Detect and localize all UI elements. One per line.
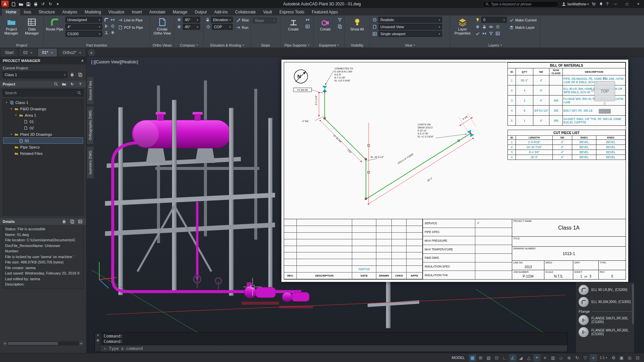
layer-lock-icon[interactable] bbox=[481, 24, 487, 29]
rise-button[interactable]: Rise bbox=[235, 17, 250, 23]
annotation-scale-button[interactable]: 1:1▾ bbox=[598, 356, 609, 360]
command-input[interactable]: › Type a command bbox=[101, 345, 567, 352]
dynamic-ucs-icon[interactable]: ↻ bbox=[574, 354, 581, 361]
tree-item-related-files[interactable]: Related Files bbox=[3, 150, 83, 157]
layer-freeze-icon[interactable] bbox=[475, 24, 480, 29]
viewport-config-icon[interactable] bbox=[372, 31, 377, 37]
save-icon[interactable] bbox=[25, 1, 32, 7]
layer-bulb-icon[interactable] bbox=[475, 17, 480, 23]
customize-command-icon[interactable]: ⚙ bbox=[97, 339, 100, 342]
panel-label-slope[interactable]: Slope bbox=[251, 42, 280, 48]
transparency-icon[interactable]: ▥ bbox=[549, 354, 557, 361]
app-store-icon[interactable] bbox=[591, 2, 596, 6]
ribbon-tab-analysis[interactable]: Analysis bbox=[59, 9, 81, 15]
new-folder-icon[interactable] bbox=[61, 81, 67, 87]
ribbon-tab-insert[interactable]: Insert bbox=[128, 9, 146, 15]
insert-elbow-icon[interactable] bbox=[104, 17, 109, 22]
close-tab-icon[interactable]: × bbox=[31, 51, 33, 55]
panel-label-part-insertion[interactable]: Part Insertion bbox=[44, 42, 150, 48]
qat-customize-icon[interactable]: ▾ bbox=[54, 1, 61, 7]
panel-label-visibility[interactable]: Visibility bbox=[344, 42, 370, 48]
named-view-select[interactable]: Unsaved View▾ bbox=[378, 24, 442, 30]
layer-isolate-icon[interactable] bbox=[495, 24, 500, 29]
ribbon-tab-structure[interactable]: Structure bbox=[35, 9, 59, 15]
new-icon[interactable] bbox=[10, 1, 17, 7]
scroll-right-icon[interactable]: ▸ bbox=[79, 341, 84, 346]
maximize-button[interactable]: □ bbox=[623, 0, 631, 8]
doc-tab-01[interactable]: 01*× bbox=[38, 49, 58, 57]
tool-palette-scrollbar[interactable] bbox=[632, 284, 634, 324]
tree-item-pipe-specs[interactable]: Pipe Specs bbox=[3, 144, 83, 150]
new-drawing-tab-button[interactable]: + bbox=[88, 49, 95, 56]
layer-walk-icon[interactable] bbox=[495, 31, 500, 36]
tab-source-files[interactable]: Source Files bbox=[87, 76, 94, 105]
project-search-input[interactable]: Search bbox=[3, 89, 84, 97]
insert-flange-icon[interactable] bbox=[104, 23, 109, 29]
polar-tracking-icon[interactable]: ∠ bbox=[509, 354, 517, 361]
dynamic-input-icon[interactable]: ⊡ bbox=[493, 354, 500, 361]
ribbon-tab-vault[interactable]: Vault bbox=[259, 9, 275, 15]
viewport-config-select[interactable]: Single viewport▾ bbox=[378, 31, 442, 37]
ribbon-tab-modeling[interactable]: Modeling bbox=[81, 9, 105, 15]
isometric-drafting-icon[interactable]: ◢ bbox=[517, 354, 525, 361]
palette-item-flange-sw[interactable]: FLANGE SW,FL,RF,300, (CS300) bbox=[578, 314, 632, 326]
object-snap-tracking-icon[interactable]: △ bbox=[525, 354, 533, 361]
refresh-icon[interactable]: ↻ bbox=[69, 81, 75, 87]
layer-thaw-icon[interactable] bbox=[475, 31, 480, 36]
insert-support-icon[interactable] bbox=[104, 29, 109, 35]
layer-off-icon[interactable] bbox=[488, 24, 494, 29]
search-icon[interactable] bbox=[53, 81, 59, 87]
panel-label-view[interactable]: View▾ bbox=[370, 42, 450, 48]
ortho-mode-icon[interactable]: ∟ bbox=[501, 354, 508, 361]
visual-style-select[interactable]: Realistic▾ bbox=[378, 17, 442, 23]
workspace-switching-icon[interactable]: ⚙ bbox=[610, 354, 617, 361]
line-to-pipe-button[interactable]: Line to Pipe bbox=[117, 17, 148, 23]
compass-angle-1-select[interactable]: 45°▾ bbox=[183, 17, 200, 23]
ribbon-tab-express-tools[interactable]: Express Tools bbox=[276, 9, 308, 15]
palette-close-icon[interactable]: × bbox=[82, 59, 84, 63]
panel-label-layers[interactable]: Layers▾ bbox=[450, 42, 540, 48]
run-button[interactable]: Run bbox=[235, 24, 250, 31]
details-print-icon[interactable] bbox=[61, 218, 67, 225]
grid-display-icon[interactable]: ▦ bbox=[469, 354, 476, 361]
elevation-select[interactable]: Elevation▾ bbox=[211, 17, 233, 23]
3d-object-snap-icon[interactable]: ⊕ bbox=[566, 354, 573, 361]
make-current-button[interactable]: Make Current bbox=[508, 17, 538, 23]
cop-icon[interactable] bbox=[205, 24, 211, 30]
ribbon-tab-isos[interactable]: Isos bbox=[20, 9, 35, 15]
panel-label-compass[interactable]: Compass▾ bbox=[174, 42, 203, 48]
doc-tab-02[interactable]: 02× bbox=[19, 49, 37, 57]
wcs-menu[interactable]: WCS ▾ bbox=[599, 109, 610, 114]
insert-misc-icon[interactable] bbox=[110, 29, 116, 35]
gizmo-icon[interactable]: + bbox=[590, 354, 597, 361]
current-layer-select[interactable]: 0▾ bbox=[481, 17, 507, 23]
isolate-objects-icon[interactable]: ◎ bbox=[626, 354, 633, 361]
project-manager-button[interactable]: Project Manager bbox=[2, 17, 21, 35]
tree-item-area1[interactable]: ▾Area 1 bbox=[3, 112, 83, 118]
object-snap-icon[interactable]: ⌖ bbox=[533, 354, 541, 361]
scroll-left-icon[interactable]: ◂ bbox=[3, 341, 7, 346]
lineweight-icon[interactable]: ≡ bbox=[541, 354, 549, 361]
tree-item-class1[interactable]: ▾Class 1 bbox=[3, 99, 83, 106]
current-project-select[interactable]: Class 1▾ bbox=[3, 71, 67, 78]
data-manager-button[interactable]: Data Manager bbox=[22, 17, 42, 35]
support-option-1-icon[interactable] bbox=[305, 17, 311, 22]
infer-constraints-icon[interactable]: ▧ bbox=[485, 354, 492, 361]
close-button[interactable]: × bbox=[634, 0, 643, 8]
palette-horizontal-scrollbar[interactable]: ◂ ▸ bbox=[3, 341, 84, 346]
pipe-size-select[interactable]: 4"▾ bbox=[65, 24, 102, 30]
route-pipe-button[interactable]: Route Pipe bbox=[45, 17, 64, 32]
ribbon-tab-manage[interactable]: Manage bbox=[169, 9, 191, 15]
selection-cycling-icon[interactable]: ◇ bbox=[557, 354, 565, 361]
close-tab-icon[interactable]: × bbox=[79, 51, 81, 55]
palette-item-ell90-lr[interactable]: ELL 90 LR,BV,, (CS300) bbox=[578, 284, 632, 296]
match-layer-button[interactable]: Match Layer bbox=[508, 24, 538, 31]
tree-item-pid-drawings[interactable]: ▾P&ID Drawings bbox=[3, 106, 83, 112]
redo-icon[interactable]: ↻ bbox=[47, 1, 54, 7]
insert-fitting-icon[interactable] bbox=[110, 23, 116, 29]
pipe-spec-select[interactable]: CS300▾ bbox=[65, 31, 102, 37]
command-window-grip[interactable]: × ⚙ bbox=[95, 333, 101, 352]
palette-group-flange[interactable]: Flange bbox=[578, 308, 632, 314]
insert-valve-icon[interactable] bbox=[110, 17, 116, 22]
palette-item-ell90-sw[interactable]: ELL 90,SW,3000, (CS300) bbox=[578, 296, 632, 308]
